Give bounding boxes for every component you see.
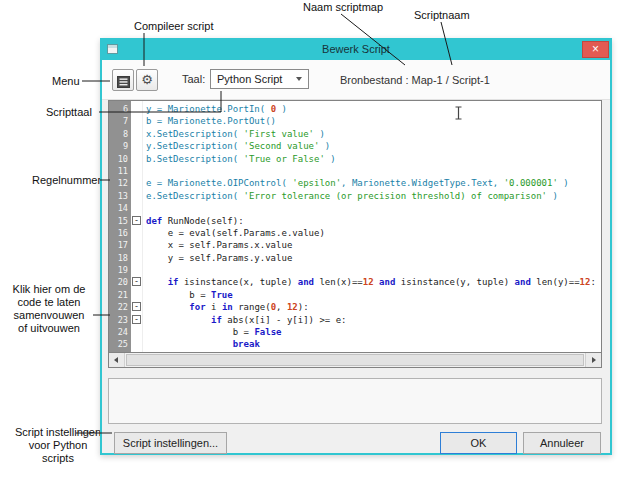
code-line — [146, 264, 601, 276]
annotation-compile-script: Compileer script — [134, 20, 213, 33]
screenshot-canvas: Compileer script Naam scriptmap Scriptna… — [0, 0, 621, 477]
line-number: 17 — [109, 239, 131, 251]
line-number: 11 — [109, 165, 131, 177]
arrow-left-icon — [114, 357, 118, 363]
code-line: e = eval(self.Params.e.value) — [146, 227, 601, 239]
arrow-right-icon — [592, 357, 596, 363]
code-area[interactable]: y = Marionette.PortIn( 0 )b = Marionette… — [143, 101, 601, 352]
annotation-script-language: Scripttaal — [46, 106, 92, 119]
line-number: 25 — [109, 338, 131, 350]
horizontal-scrollbar[interactable] — [108, 353, 602, 368]
cancel-button[interactable]: Annuleer — [523, 432, 601, 454]
scroll-left-button[interactable] — [109, 353, 125, 367]
source-file-label: Bronbestand : Map-1 / Script-1 — [340, 74, 490, 86]
title-bar[interactable]: Bewerk Script × — [102, 40, 610, 60]
fold-cell — [131, 338, 142, 350]
script-settings-button[interactable]: Script instellingen... — [114, 432, 227, 454]
editor-wrap: 678910111213141516171819202122232425 ---… — [108, 100, 602, 368]
code-line: y = self.Params.y.value — [146, 252, 601, 264]
menu-button[interactable] — [112, 69, 134, 91]
code-line: if isinstance(x, tuple) and len(x)==12 a… — [146, 276, 601, 288]
fold-cell: - — [131, 215, 142, 227]
scrollbar-thumb[interactable] — [126, 354, 584, 366]
fold-cell — [131, 326, 142, 338]
close-button[interactable]: × — [582, 41, 609, 58]
ok-button[interactable]: OK — [440, 432, 517, 454]
code-line: b.SetDescription( 'True or False' ) — [146, 153, 601, 165]
annotation-folder-name: Naam scriptmap — [303, 1, 383, 14]
line-number: 20 — [109, 276, 131, 288]
line-number: 6 — [109, 103, 131, 115]
line-number: 10 — [109, 153, 131, 165]
code-line: def RunNode(self): — [146, 215, 601, 227]
dropdown-selected-value: Python Script — [217, 73, 282, 85]
fold-cell — [131, 252, 142, 264]
annotation-code-fold: Klik hier om de code te laten samenvouwe… — [10, 283, 88, 335]
fold-cell — [131, 264, 142, 276]
fold-cell — [131, 115, 142, 127]
fold-cell — [131, 202, 142, 214]
line-number: 18 — [109, 252, 131, 264]
compile-script-button[interactable]: ⚙ — [136, 69, 158, 91]
dialog-title: Bewerk Script — [102, 43, 610, 55]
code-line: y = Marionette.PortIn( 0 ) — [146, 103, 601, 115]
code-line: b = Marionette.PortOut() — [146, 115, 601, 127]
fold-cell: - — [131, 276, 142, 288]
code-line: x.SetDescription( 'First value' ) — [146, 128, 601, 140]
code-line — [146, 202, 601, 214]
fold-cell — [131, 177, 142, 189]
line-number-gutter: 678910111213141516171819202122232425 — [109, 101, 131, 352]
scroll-right-button[interactable] — [585, 353, 601, 367]
code-line: b = False — [146, 326, 601, 338]
fold-cell — [131, 289, 142, 301]
line-number: 19 — [109, 264, 131, 276]
fold-cell — [131, 153, 142, 165]
gear-icon: ⚙ — [137, 71, 157, 89]
line-number: 8 — [109, 128, 131, 140]
code-line: if abs(x[i] - y[i]) >= e: — [146, 314, 601, 326]
fold-toggle-icon[interactable]: - — [132, 216, 141, 225]
fold-cell — [131, 239, 142, 251]
script-editor[interactable]: 678910111213141516171819202122232425 ---… — [108, 100, 602, 353]
line-number: 23 — [109, 314, 131, 326]
fold-cell: - — [131, 314, 142, 326]
line-number: 13 — [109, 190, 131, 202]
line-number: 9 — [109, 140, 131, 152]
annotation-menu: Menu — [52, 75, 80, 88]
fold-toggle-icon[interactable]: - — [132, 277, 141, 286]
annotation-line-number: Regelnummer — [32, 174, 101, 187]
line-number: 21 — [109, 289, 131, 301]
code-line: for i in range(0, 12): — [146, 301, 601, 313]
fold-cell: - — [131, 301, 142, 313]
code-line: x = self.Params.x.value — [146, 239, 601, 251]
annotation-script-settings: Script instellingen voor Python scripts — [14, 426, 102, 465]
fold-cell — [131, 103, 142, 115]
language-label: Taal: — [182, 73, 205, 85]
chevron-down-icon — [296, 77, 302, 81]
toolbar: ⚙ Taal: Python Script Bronbestand : Map-… — [102, 60, 610, 100]
annotation-script-name: Scriptnaam — [414, 9, 470, 22]
line-number: 24 — [109, 326, 131, 338]
bewerk-script-dialog: Bewerk Script × ⚙ Taal: Python Script Br… — [100, 38, 612, 455]
close-icon: × — [592, 42, 599, 56]
code-line: y.SetDescription( 'Second value' ) — [146, 140, 601, 152]
fold-column: ---- — [131, 101, 143, 352]
fold-toggle-icon[interactable]: - — [132, 315, 141, 324]
fold-cell — [131, 140, 142, 152]
message-output-box — [108, 378, 602, 424]
code-line — [146, 165, 601, 177]
line-number: 15 — [109, 215, 131, 227]
script-language-dropdown[interactable]: Python Script — [210, 69, 309, 89]
fold-cell — [131, 227, 142, 239]
menu-icon — [117, 76, 130, 88]
line-number: 7 — [109, 115, 131, 127]
text-cursor-icon — [454, 106, 463, 120]
code-line: e = Marionette.OIPControl( 'epsilon', Ma… — [146, 177, 601, 189]
fold-cell — [131, 190, 142, 202]
fold-cell — [131, 128, 142, 140]
line-number: 12 — [109, 177, 131, 189]
fold-toggle-icon[interactable]: - — [132, 302, 141, 311]
line-number: 22 — [109, 301, 131, 313]
code-line: break — [146, 338, 601, 350]
code-line: e.SetDescription( 'Error tolerance (or p… — [146, 190, 601, 202]
